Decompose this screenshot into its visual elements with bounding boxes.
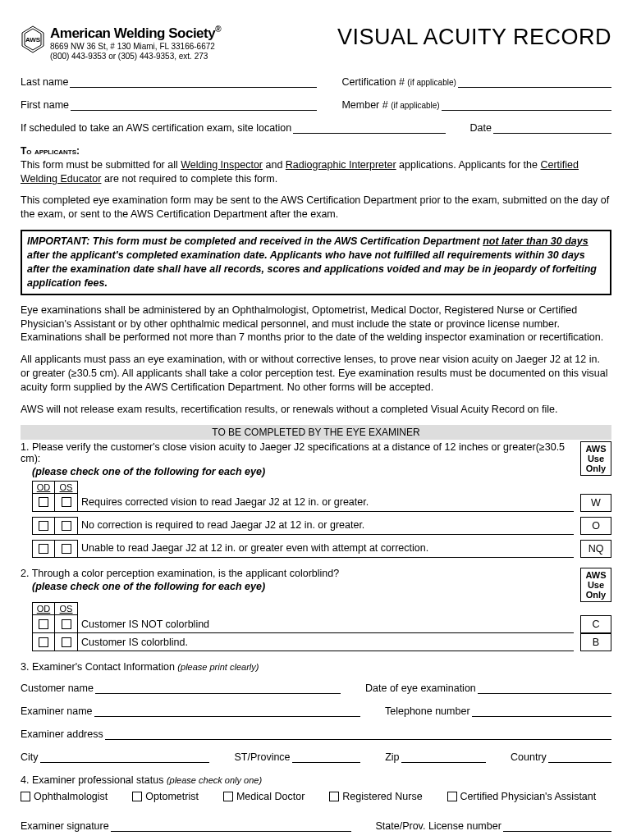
os-header-2: OS bbox=[55, 602, 78, 615]
q1-opt1-os[interactable] bbox=[55, 494, 78, 512]
q1-code1: W bbox=[580, 494, 611, 512]
q2-code1: C bbox=[580, 615, 611, 633]
q2-opt1-od[interactable] bbox=[32, 615, 55, 633]
org-address-1: 8669 NW 36 St, # 130 Miami, FL 33166-667… bbox=[50, 42, 221, 52]
aws-use-only-box: AWS Use Only bbox=[580, 441, 611, 476]
section-3-title: 3. Examiner's Contact Information (pleas… bbox=[21, 661, 611, 673]
q1-opt2-od[interactable] bbox=[32, 517, 55, 535]
q1-opt3-os[interactable] bbox=[55, 540, 78, 558]
body-p3: Eye examinations shall be administered b… bbox=[21, 304, 611, 345]
os-header: OS bbox=[55, 481, 78, 494]
body-p4: All applicants must pass an eye examinat… bbox=[21, 353, 611, 395]
q2-opt2-od[interactable] bbox=[32, 633, 55, 651]
important-notice: IMPORTANT: This form must be completed a… bbox=[21, 230, 611, 295]
examiner-header: TO BE COMPLETED BY THE EYE EXAMINER bbox=[21, 425, 611, 440]
page-title: VISUAL ACUITY RECORD bbox=[337, 25, 611, 50]
certification-field[interactable]: Certification # (if applicable) bbox=[341, 76, 611, 88]
q1-opt2-os[interactable] bbox=[55, 517, 78, 535]
status-medical-doctor[interactable]: Medical Doctor bbox=[223, 791, 305, 802]
status-row: Ophthalmologist Optometrist Medical Doct… bbox=[21, 791, 611, 802]
status-ophthalmologist[interactable]: Ophthalmologist bbox=[21, 791, 108, 802]
question-1-instr: (please check one of the following for e… bbox=[32, 466, 574, 477]
site-location-field[interactable]: If scheduled to take an AWS certificatio… bbox=[21, 122, 446, 134]
exam-date-field[interactable]: Date of eye examination bbox=[365, 682, 611, 694]
aws-use-only-box-2: AWS Use Only bbox=[580, 568, 611, 602]
svg-text:AWS: AWS bbox=[25, 36, 41, 43]
st-province-field[interactable]: ST/Province bbox=[234, 751, 360, 763]
q2-code2: B bbox=[580, 633, 611, 651]
aws-logo-icon: AWS bbox=[21, 25, 45, 54]
logo-block: AWS American Welding Society® 8669 NW 36… bbox=[21, 25, 337, 62]
customer-name-field[interactable]: Customer name bbox=[21, 682, 341, 694]
q2-opt1-label: Customer IS NOT colorblind bbox=[78, 615, 574, 633]
question-2: 2. Through a color perception examinatio… bbox=[21, 568, 574, 579]
member-field[interactable]: Member # (if applicable) bbox=[341, 99, 611, 111]
q2-opt1-os[interactable] bbox=[55, 615, 78, 633]
applicants-heading: To applicants: bbox=[21, 145, 611, 157]
status-optometrist[interactable]: Optometrist bbox=[132, 791, 199, 802]
org-name: American Welding Society® bbox=[50, 25, 221, 42]
q1-opt3-od[interactable] bbox=[32, 540, 55, 558]
q1-code3: NQ bbox=[580, 540, 611, 558]
examiner-address-field[interactable]: Examiner address bbox=[21, 728, 611, 740]
q2-opt2-os[interactable] bbox=[55, 633, 78, 651]
telephone-field[interactable]: Telephone number bbox=[385, 705, 611, 717]
od-header-2: OD bbox=[32, 602, 55, 615]
applicants-p1: This form must be submitted for all Weld… bbox=[21, 158, 611, 186]
status-physicians-assistant[interactable]: Certified Physician's Assistant bbox=[447, 791, 597, 802]
q1-opt3-label: Unable to read Jaegar J2 at 12 in. or gr… bbox=[78, 540, 574, 558]
header: AWS American Welding Society® 8669 NW 36… bbox=[21, 25, 611, 62]
license-number-field[interactable]: State/Prov. License number bbox=[376, 820, 612, 832]
examiner-signature-field[interactable]: Examiner signature bbox=[21, 820, 351, 832]
examiner-name-field[interactable]: Examiner name bbox=[21, 705, 360, 717]
od-header: OD bbox=[32, 481, 55, 494]
q1-code2: O bbox=[580, 517, 611, 535]
section-4-title: 4. Examiner professional status (please … bbox=[21, 774, 611, 786]
date-field[interactable]: Date bbox=[470, 122, 612, 134]
zip-field[interactable]: Zip bbox=[385, 751, 486, 763]
applicants-p2: This completed eye examination form may … bbox=[21, 194, 611, 221]
city-field[interactable]: City bbox=[21, 751, 209, 763]
status-registered-nurse[interactable]: Registered Nurse bbox=[329, 791, 422, 802]
q1-table: OD OS Requires corrected vision to read … bbox=[32, 481, 611, 558]
first-name-field[interactable]: First name bbox=[21, 99, 317, 111]
question-2-instr: (please check one of the following for e… bbox=[32, 581, 574, 592]
body-p5: AWS will not release exam results, recer… bbox=[21, 403, 611, 417]
org-address-2: (800) 443-9353 or (305) 443-9353, ext. 2… bbox=[50, 52, 221, 62]
q1-opt1-od[interactable] bbox=[32, 494, 55, 512]
question-1: 1. Please verify the customer's close vi… bbox=[21, 441, 574, 464]
q2-table: OD OS Customer IS NOT colorblind C Custo… bbox=[32, 602, 611, 651]
country-field[interactable]: Country bbox=[511, 751, 611, 763]
q1-opt2-label: No correction is required to read Jaegar… bbox=[78, 517, 574, 535]
q2-opt2-label: Customer IS colorblind. bbox=[78, 633, 574, 651]
last-name-field[interactable]: Last name bbox=[21, 76, 317, 88]
q1-opt1-label: Requires corrected vision to read Jaegar… bbox=[78, 494, 574, 512]
